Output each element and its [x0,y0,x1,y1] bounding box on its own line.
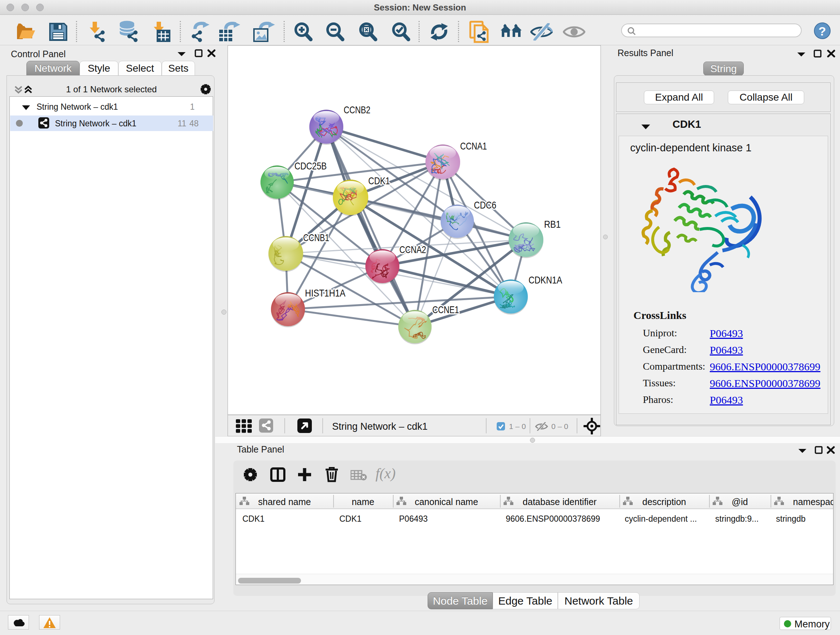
svg-text:HIST1H1A: HIST1H1A [305,287,346,299]
svg-text:CCNE1: CCNE1 [432,304,459,315]
svg-text:CDK1: CDK1 [368,175,390,187]
svg-text:CCNA1: CCNA1 [460,141,487,152]
svg-text:CDKN1A: CDKN1A [529,274,562,286]
svg-text:CDC25B: CDC25B [294,160,327,172]
svg-text:CDC6: CDC6 [474,200,496,211]
svg-text:RB1: RB1 [544,219,561,230]
svg-text:CCNA2: CCNA2 [399,244,426,255]
svg-text:CCNB2: CCNB2 [344,104,370,116]
svg-text:CCNB1: CCNB1 [303,232,329,243]
